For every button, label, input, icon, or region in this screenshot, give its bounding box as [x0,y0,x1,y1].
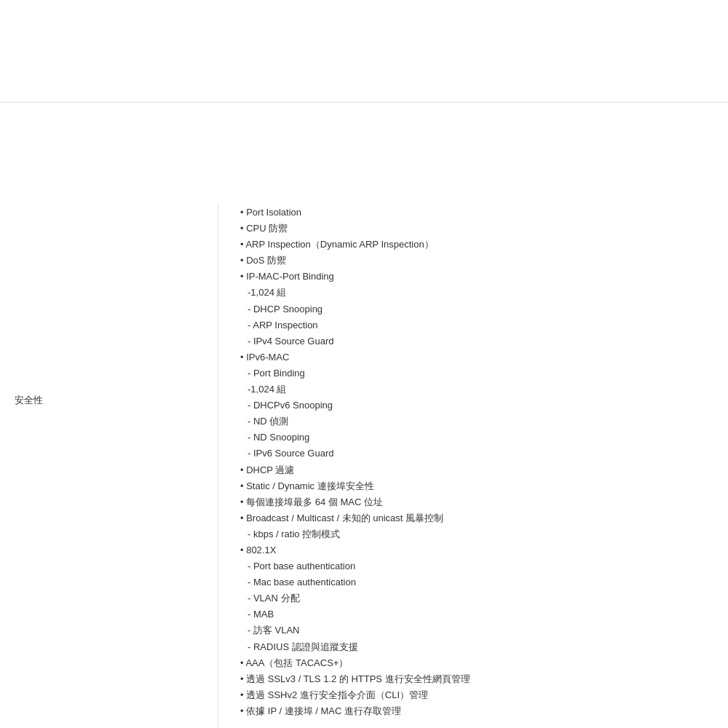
list-item: - VLAN 分配 [248,590,713,606]
list-item: • 802.1X [240,542,713,558]
list-item: - kbps / ratio 控制模式 [248,526,713,542]
list-item: - ARP Inspection [248,317,713,333]
list-item: - RADIUS 認證與追蹤支援 [248,639,713,655]
list-item: -1,024 組 [248,285,713,301]
list-item: - Mac base authentication [248,574,713,590]
list-item: • 透過 SSHv2 進行安全指令介面（CLI）管理 [240,687,713,703]
list-item: • 每個連接埠最多 64 個 MAC 位址 [240,494,713,510]
list-item: • 依據 IP / 連接埠 / MAC 進行存取管理 [240,703,713,719]
list-item: • DoS 防禦 [240,253,713,269]
list-item: • 透過 SSLv3 / TLS 1.2 的 HTTPS 進行安全性網頁管理 [240,671,713,687]
list-item: - IPv4 Source Guard [248,333,713,349]
list-item: - Port base authentication [248,558,713,574]
list-item: • CPU 防禦 [240,221,713,237]
list-item: • ARP Inspection（Dynamic ARP Inspection） [240,237,713,253]
list-item: • Port Isolation [240,205,713,221]
list-item: - IPv6 Source Guard [248,446,713,462]
list-item: • IPv6-MAC [240,349,713,365]
list-item: - DHCP Snooping [248,301,713,317]
list-item: - Port Binding [248,365,713,381]
list-item: • DHCP 過濾 [240,462,713,478]
list-item: • IP-MAC-Port Binding [240,269,713,285]
list-item: - MAB [248,606,713,622]
list-item: • Static / Dynamic 連接埠安全性 [240,478,713,494]
list-item: • Broadcast / Multicast / 未知的 unicast 風暴… [240,510,713,526]
security-feature-list: • Port Isolation• CPU 防禦• ARP Inspection… [240,205,713,719]
section-label: 安全性 [15,394,43,407]
list-item: - ND 偵測 [248,414,713,430]
list-item: - 訪客 VLAN [248,622,713,638]
list-item: • AAA（包括 TACACS+） [240,655,713,671]
list-item: - ND Snooping [248,430,713,446]
list-item: -1,024 組 [248,381,713,397]
list-item: - DHCPv6 Snooping [248,397,713,414]
